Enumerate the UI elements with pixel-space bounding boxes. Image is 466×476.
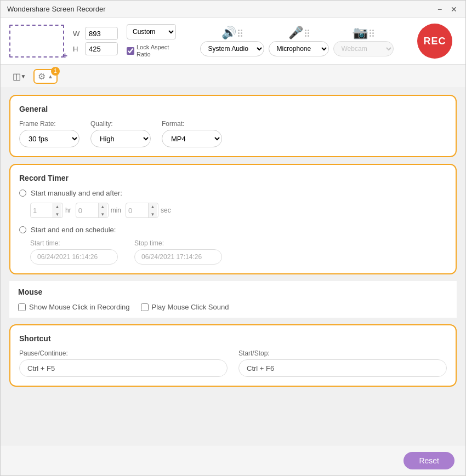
schedule-fields-row: Start time: Stop time: — [30, 239, 447, 265]
frame-rate-group: Frame Rate: 30 fps — [19, 120, 79, 147]
quality-select[interactable]: High — [90, 130, 151, 147]
start-stop-field: Start/Stop: — [238, 349, 447, 377]
minimize-button[interactable]: − — [435, 4, 445, 14]
start-stop-input[interactable] — [238, 359, 447, 377]
format-select[interactable]: MP4 — [162, 130, 222, 147]
show-click-checkbox[interactable] — [18, 303, 26, 311]
layout-chevron: ▼ — [21, 73, 26, 79]
main-content: General Frame Rate: 30 fps Quality: High… — [1, 88, 465, 445]
stop-time-input[interactable] — [134, 249, 222, 265]
start-time-label: Start time: — [30, 239, 118, 247]
manual-radio[interactable] — [19, 190, 26, 197]
webcam-select[interactable]: Webcam — [333, 41, 394, 56]
reset-button[interactable]: Reset — [404, 452, 454, 469]
pause-continue-input[interactable] — [19, 359, 228, 377]
format-group: Format: MP4 — [162, 120, 222, 147]
sec-input[interactable] — [126, 207, 148, 215]
hr-arrows: ▲ ▼ — [53, 203, 61, 218]
record-timer-section: Record Timer Start manually and end afte… — [9, 164, 457, 274]
capture-area-preview[interactable] — [9, 25, 64, 58]
show-click-label: Show Mouse Click in Recording — [29, 303, 130, 311]
layout-button[interactable]: ◫ ▼ — [9, 68, 29, 84]
av-controls: 🔊 System Audio 🎤 — [185, 26, 408, 56]
min-up-button[interactable]: ▲ — [99, 203, 107, 210]
quality-group: Quality: High — [90, 120, 151, 147]
stop-time-field: Stop time: — [134, 239, 222, 265]
main-toolbar: W H Custom Lock Aspect Ratio 🔊 — [1, 18, 465, 65]
microphone-icon: 🎤 — [288, 26, 303, 40]
pause-continue-label: Pause/Continue: — [19, 349, 228, 357]
lock-aspect-row: Lock Aspect Ratio — [127, 44, 176, 58]
hr-unit: hr — [65, 207, 71, 214]
time-inputs-row: ▲ ▼ hr ▲ ▼ min — [30, 203, 447, 218]
secondary-toolbar: ◫ ▼ 1 ⚙ ▲ — [1, 65, 465, 88]
title-bar: Wondershare Screen Recorder − ✕ — [1, 1, 465, 18]
rec-button[interactable]: REC — [417, 24, 452, 59]
dimensions-panel: W H — [73, 27, 118, 55]
hr-input[interactable] — [31, 207, 53, 215]
close-button[interactable]: ✕ — [449, 4, 459, 14]
general-section: General Frame Rate: 30 fps Quality: High… — [9, 95, 457, 157]
mouse-title: Mouse — [18, 288, 448, 296]
sec-unit: sec — [161, 207, 171, 214]
min-input[interactable] — [76, 207, 98, 215]
sec-up-button[interactable]: ▲ — [149, 203, 157, 210]
height-input[interactable] — [85, 42, 118, 55]
microphone-select[interactable]: Microphone — [269, 41, 329, 56]
hr-down-button[interactable]: ▼ — [53, 210, 61, 218]
webcam-icon-group: 📷 — [353, 26, 374, 40]
pause-continue-field: Pause/Continue: — [19, 349, 228, 377]
hr-spinbox[interactable]: ▲ ▼ — [30, 203, 63, 218]
sec-arrows: ▲ ▼ — [148, 203, 157, 218]
hr-input-group: ▲ ▼ hr — [30, 203, 71, 218]
speaker-dots — [238, 30, 242, 37]
quality-label: Quality: — [90, 120, 151, 128]
schedule-radio-label: Start and end on schedule: — [31, 226, 116, 234]
schedule-radio[interactable] — [19, 226, 26, 233]
window-title: Wondershare Screen Recorder — [7, 5, 435, 13]
microphone-group: 🎤 Microphone — [269, 26, 329, 56]
min-spinbox[interactable]: ▲ ▼ — [76, 203, 109, 218]
min-down-button[interactable]: ▼ — [99, 210, 107, 218]
system-audio-icon-group: 🔊 — [221, 26, 242, 40]
play-sound-label: Play Mouse Click Sound — [152, 303, 229, 311]
record-timer-title: Record Timer — [19, 174, 447, 182]
settings-panel-button[interactable]: 1 ⚙ ▲ — [33, 69, 58, 84]
general-fields-row: Frame Rate: 30 fps Quality: High Format:… — [19, 120, 447, 147]
microphone-dots — [305, 30, 309, 37]
min-arrows: ▲ ▼ — [98, 203, 107, 218]
stop-time-label: Stop time: — [134, 239, 222, 247]
hr-up-button[interactable]: ▲ — [53, 203, 61, 210]
play-sound-checkbox[interactable] — [141, 303, 149, 311]
settings-gear-icon: ⚙ — [38, 71, 46, 82]
custom-select[interactable]: Custom — [127, 24, 176, 39]
min-input-group: ▲ ▼ min — [76, 203, 121, 218]
sec-down-button[interactable]: ▼ — [149, 210, 157, 218]
width-row: W — [73, 27, 118, 40]
height-label: H — [73, 45, 82, 53]
webcam-group: 📷 Webcam — [333, 26, 394, 56]
width-input[interactable] — [85, 27, 118, 40]
window-controls: − ✕ — [435, 4, 459, 14]
manual-radio-row: Start manually and end after: — [19, 189, 447, 197]
lock-aspect-label: Lock Aspect Ratio — [137, 44, 175, 58]
system-audio-select[interactable]: System Audio — [200, 41, 264, 56]
settings-badge: 1 — [51, 67, 60, 76]
manual-radio-label: Start manually and end after: — [31, 189, 122, 197]
height-row: H — [73, 42, 118, 55]
layout-icon: ◫ — [13, 71, 21, 82]
bottom-bar: Reset — [1, 445, 465, 475]
shortcut-fields-row: Pause/Continue: Start/Stop: — [19, 349, 447, 377]
frame-rate-label: Frame Rate: — [19, 120, 79, 128]
play-sound-check: Play Mouse Click Sound — [141, 303, 229, 311]
shortcut-section: Shortcut Pause/Continue: Start/Stop: — [9, 324, 457, 387]
microphone-icon-group: 🎤 — [288, 26, 309, 40]
sec-spinbox[interactable]: ▲ ▼ — [126, 203, 158, 218]
show-click-check: Show Mouse Click in Recording — [18, 303, 130, 311]
start-time-input[interactable] — [30, 249, 118, 265]
start-time-field: Start time: — [30, 239, 118, 265]
frame-rate-select[interactable]: 30 fps — [19, 130, 79, 147]
webcam-icon: 📷 — [353, 26, 368, 40]
webcam-dots — [370, 30, 374, 37]
lock-aspect-checkbox[interactable] — [127, 47, 134, 55]
